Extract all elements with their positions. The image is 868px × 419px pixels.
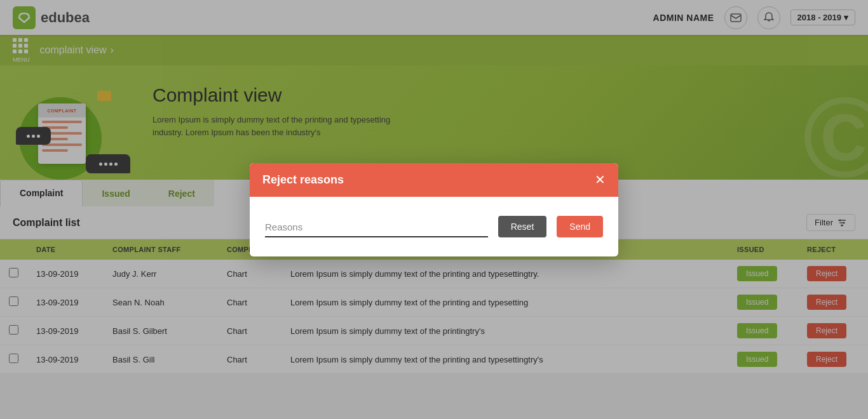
- reject-reasons-modal: Reject reasons ✕ Reset Send: [250, 163, 618, 256]
- modal-body: Reset Send: [250, 197, 618, 256]
- send-button[interactable]: Send: [557, 216, 603, 237]
- modal-header: Reject reasons ✕: [250, 163, 618, 197]
- reset-button[interactable]: Reset: [498, 216, 547, 237]
- modal-overlay: Reject reasons ✕ Reset Send: [0, 0, 868, 419]
- modal-title: Reject reasons: [262, 173, 344, 187]
- reasons-input-group: [265, 218, 488, 237]
- reasons-input[interactable]: [265, 218, 488, 237]
- close-icon[interactable]: ✕: [595, 173, 606, 186]
